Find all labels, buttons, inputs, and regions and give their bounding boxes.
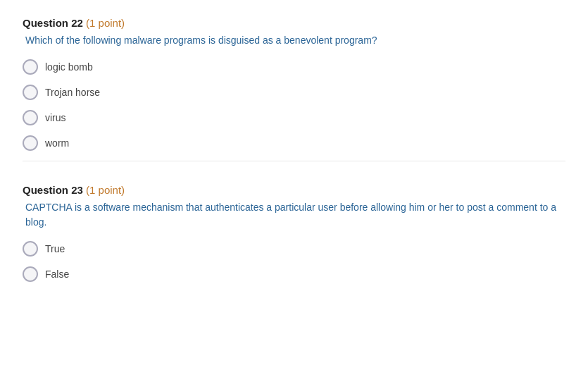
question-title-q23: Question 23 (1 point) <box>23 184 565 196</box>
option-label-opt3: virus <box>45 112 66 123</box>
question-block-q23: Question 23 (1 point)CAPTCHA is a softwa… <box>23 184 565 282</box>
radio-opt2[interactable] <box>23 85 38 100</box>
quiz-container: Question 22 (1 point)Which of the follow… <box>23 17 565 282</box>
radio-opt4[interactable] <box>23 135 38 151</box>
option-label-opt4: worm <box>45 137 69 149</box>
option-label-opt1: logic bomb <box>45 61 93 73</box>
option-item-opt4[interactable]: worm <box>23 135 565 151</box>
question-points-q23: (1 point) <box>86 184 125 196</box>
radio-opt_true[interactable] <box>23 241 38 257</box>
option-item-opt2[interactable]: Trojan horse <box>23 85 565 100</box>
radio-opt1[interactable] <box>23 59 38 75</box>
radio-opt3[interactable] <box>23 110 38 125</box>
options-list-q22: logic bombTrojan horsevirusworm <box>23 59 565 151</box>
question-title-q22: Question 22 (1 point) <box>23 17 565 29</box>
question-points-q22: (1 point) <box>86 17 125 29</box>
question-text-q22: Which of the following malware programs … <box>23 33 565 48</box>
option-item-opt_true[interactable]: True <box>23 241 565 257</box>
option-label-opt_false: False <box>45 269 69 280</box>
option-label-opt_true: True <box>45 243 65 254</box>
radio-opt_false[interactable] <box>23 266 38 282</box>
question-divider <box>23 161 565 161</box>
option-item-opt1[interactable]: logic bomb <box>23 59 565 75</box>
question-block-q22: Question 22 (1 point)Which of the follow… <box>23 17 565 161</box>
option-label-opt2: Trojan horse <box>45 87 100 98</box>
options-list-q23: TrueFalse <box>23 241 565 282</box>
option-item-opt_false[interactable]: False <box>23 266 565 282</box>
option-item-opt3[interactable]: virus <box>23 110 565 125</box>
question-text-q23: CAPTCHA is a software mechanism that aut… <box>23 200 565 230</box>
